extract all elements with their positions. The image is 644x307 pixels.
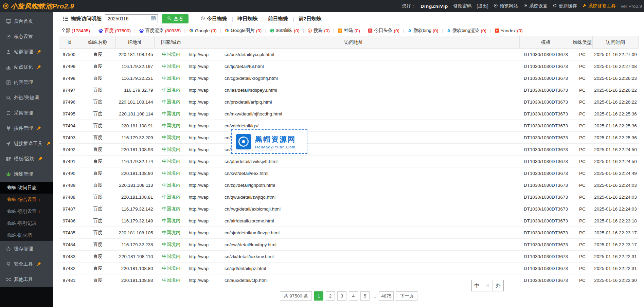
url-prefix: http://wap bbox=[189, 278, 209, 283]
search-icon bbox=[5, 95, 11, 101]
cell-type: PC bbox=[572, 156, 593, 167]
quick-link-0[interactable]: 今日蜘蛛 bbox=[196, 16, 232, 22]
filter-1[interactable]: 百度(97500) bbox=[95, 28, 135, 34]
cell-time: 2025-01-16 22:27:09 bbox=[593, 49, 639, 60]
sidebar-subitem-14[interactable]: 蜘蛛·强引记录 bbox=[0, 217, 53, 229]
chart-icon bbox=[5, 64, 11, 70]
url-prefix: http://wap bbox=[189, 206, 209, 212]
date-input[interactable]: 20250116 bbox=[105, 14, 158, 23]
sidebar-item-label: 插件管理 bbox=[14, 125, 33, 131]
translate-source-button[interactable]: 中 bbox=[472, 280, 482, 291]
sidebar-item-label: 内容管理 bbox=[14, 79, 33, 86]
quick-link-3[interactable]: 前2日蜘蛛 bbox=[294, 16, 326, 22]
sidebar-item-10[interactable]: 蜘蛛管理 bbox=[0, 166, 53, 182]
sidebar-item-16[interactable]: 缓存管理 bbox=[0, 241, 53, 256]
view-button[interactable]: 查看 bbox=[162, 14, 189, 23]
filter-11[interactable]: YYandex(0) bbox=[491, 28, 526, 33]
sidebar-item-label: 蜘蛛·强引记录 bbox=[7, 220, 37, 227]
cell-type: PC bbox=[572, 84, 593, 96]
app-title: 小旋风蜘蛛池Pro2.9 bbox=[11, 2, 74, 11]
page-button-4[interactable]: 4 bbox=[349, 291, 358, 301]
filter-9[interactable]: b微软bing(0) bbox=[404, 28, 442, 34]
filter-6[interactable]: S搜狗(0) bbox=[304, 28, 333, 34]
url-suffix: cn/prz/detail/arfplq.html bbox=[225, 100, 272, 105]
sidebar-subitem-15[interactable]: 蜘蛛·防火墙 bbox=[0, 229, 53, 241]
sogou-icon: S bbox=[307, 28, 312, 33]
page-button-5[interactable]: 5 bbox=[360, 291, 370, 301]
cell-ip: 116.179.32.231 bbox=[116, 72, 155, 84]
sidebar-item-2[interactable]: 站群管理 bbox=[0, 44, 53, 59]
sidebar-item-9[interactable]: 模板/区块 bbox=[0, 151, 53, 166]
sidebar-subitem-12[interactable]: 蜘蛛·综合设置↑ bbox=[0, 194, 53, 205]
filter-label: 百度渲染 bbox=[145, 28, 164, 34]
sidebar-item-0[interactable]: 后台首页 bbox=[0, 14, 53, 29]
sidebar-item-8[interactable]: 链接推送工具 bbox=[0, 136, 53, 151]
sidebar-subitem-13[interactable]: 蜘蛛·强引设置↑ bbox=[0, 205, 53, 217]
page-button-1[interactable]: 1 bbox=[314, 291, 323, 301]
table-row: 97485百度220.181.108.105中国境内http://wapcn/s… bbox=[59, 227, 639, 239]
pin-icon bbox=[37, 262, 41, 266]
quick-link-2[interactable]: 前日蜘蛛 bbox=[264, 16, 293, 22]
calendar-icon[interactable] bbox=[151, 16, 156, 22]
url-suffix: cn/cgb/detail/krogtmfj.html bbox=[225, 76, 278, 81]
cell-type: PC bbox=[572, 203, 593, 215]
filter-3[interactable]: Google(0) bbox=[185, 28, 220, 33]
url-prefix: http://wap bbox=[189, 183, 209, 188]
filter-8[interactable]: 头今日头条(0) bbox=[364, 28, 403, 34]
cell-ip: 220.181.108.114 bbox=[116, 108, 155, 120]
sidebar-subitem-11[interactable]: 蜘蛛·访问日志 bbox=[0, 182, 53, 194]
change-password-link[interactable]: 修改密码 bbox=[453, 3, 471, 9]
filter-5[interactable]: 360蜘蛛(0) bbox=[266, 28, 303, 34]
filter-10[interactable]: b微软bing渲染(0) bbox=[443, 28, 490, 34]
system-settings-link[interactable]: 系统设置 bbox=[523, 3, 548, 9]
cell-region: 中国境内 bbox=[155, 215, 188, 227]
preview-site-link[interactable]: 预览网站 bbox=[494, 3, 518, 9]
sidebar-item-1[interactable]: 核心设置 bbox=[0, 29, 53, 44]
filter-count: (0) bbox=[394, 28, 399, 33]
cell-type: PC bbox=[572, 191, 593, 203]
sidebar-item-5[interactable]: 外链/关键词 bbox=[0, 90, 53, 105]
cell-id: 97493 bbox=[59, 132, 80, 144]
svg-text:神: 神 bbox=[338, 29, 341, 32]
pin-icon bbox=[37, 50, 41, 54]
cell-id: 97496 bbox=[59, 96, 80, 108]
cell-time: 2025-01-16 22:22:31 bbox=[593, 263, 639, 274]
url-prefix: http://wap bbox=[189, 266, 209, 271]
table-header-row: id蜘蛛名称IP地址国家/城市访问地址模板蜘蛛类型访问时间 bbox=[59, 36, 639, 49]
filter-4[interactable]: Google图片(0) bbox=[221, 28, 265, 34]
hand-pointer-icon[interactable]: ☝ bbox=[482, 280, 493, 291]
translate-target-button[interactable]: 外 bbox=[493, 280, 503, 291]
filter-label: 全部 bbox=[61, 28, 70, 34]
table-row: 97500百度220.181.108.145中国境内http://wapcn/u… bbox=[59, 49, 639, 60]
page-button-last[interactable]: 4875 bbox=[379, 291, 394, 301]
shenma-icon: 神 bbox=[338, 28, 342, 33]
cell-template: DT1030/1030DT3673 bbox=[520, 84, 572, 96]
sidebar-item-3[interactable]: 站点优化 bbox=[0, 59, 53, 75]
cell-name: 百度 bbox=[80, 156, 116, 167]
sidebar-item-6[interactable]: 采集管理 bbox=[0, 105, 53, 121]
toolbar: 蜘蛛访问明细 20250116 查看 今日蜘蛛|昨日蜘蛛|前日蜘蛛|前2日蜘蛛 bbox=[53, 12, 644, 25]
filter-7[interactable]: 神神马(0) bbox=[334, 28, 363, 34]
sidebar-item-17[interactable]: 安全工具 bbox=[0, 256, 53, 272]
svg-text:S: S bbox=[309, 29, 311, 32]
update-cache-link[interactable]: 更新缓存 bbox=[553, 3, 577, 9]
cell-template: DT1030/1030DT3673 bbox=[520, 167, 572, 179]
page-button-2[interactable]: 2 bbox=[326, 291, 335, 301]
page-button-3[interactable]: 3 bbox=[337, 291, 346, 301]
filter-0[interactable]: 全部(178435) bbox=[61, 28, 93, 34]
app-logo: 小旋风蜘蛛池Pro2.9 bbox=[3, 2, 74, 11]
sidebar-item-18[interactable]: 其他工具 bbox=[0, 272, 53, 287]
sidebar-item-4[interactable]: 内容管理 bbox=[0, 75, 53, 90]
filter-2[interactable]: 百度渲染(80935) bbox=[136, 28, 184, 34]
quick-link-1[interactable]: 昨日蜘蛛 bbox=[233, 16, 262, 22]
next-page-button[interactable]: 下一页 bbox=[396, 291, 417, 301]
url-censored-block bbox=[209, 175, 225, 175]
sidebar-item-7[interactable]: 插件管理 bbox=[0, 121, 53, 136]
cell-ip: 220.181.108.90 bbox=[116, 167, 155, 179]
cell-ip: 220.181.108.105 bbox=[116, 227, 155, 239]
cell-region: 中国境内 bbox=[155, 191, 188, 203]
logout-link[interactable]: [退出] bbox=[477, 3, 488, 9]
sync-icon bbox=[5, 110, 11, 116]
system-repair-link[interactable]: 系统修复工具 bbox=[582, 3, 616, 9]
sidebar-item-label: 蜘蛛·防火墙 bbox=[7, 232, 32, 238]
